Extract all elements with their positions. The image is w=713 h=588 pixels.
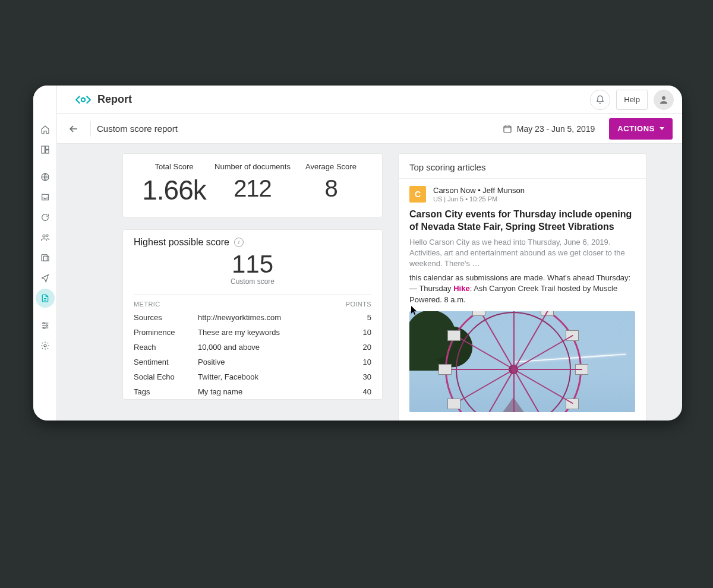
top-scoring-title: Top scoring articles	[399, 154, 646, 179]
metric-row: SentimentPositive10	[134, 355, 371, 369]
article-image	[409, 311, 635, 412]
info-icon[interactable]: i	[234, 238, 244, 247]
metric-name: Tags	[134, 387, 198, 396]
metric-points: 5	[343, 313, 371, 322]
sub-header: Custom score report May 23 - Jun 5, 2019…	[57, 114, 682, 144]
stat-value: 8	[292, 175, 370, 202]
svg-point-13	[662, 96, 665, 100]
metric-name: Reach	[134, 343, 198, 352]
app-window: Report Help Custom score report May 23 -…	[33, 86, 682, 421]
svg-rect-2	[45, 150, 48, 153]
nav-globe-icon[interactable]	[36, 167, 55, 186]
chevron-down-icon	[660, 127, 664, 130]
nav-home-icon[interactable]	[36, 120, 55, 139]
snippet-highlight: Hike	[453, 284, 469, 293]
metric-detail: Positive	[198, 358, 343, 366]
actions-button[interactable]: ACTIONS	[609, 118, 673, 140]
svg-point-4	[43, 235, 45, 237]
svg-rect-14	[504, 126, 511, 132]
nav-refresh-icon[interactable]	[36, 208, 55, 227]
stat-label: Total Score	[135, 162, 213, 171]
metric-points: 30	[343, 372, 371, 381]
date-range-picker[interactable]: May 23 - Jun 5, 2019	[496, 119, 602, 139]
back-button[interactable]	[63, 118, 84, 140]
stat-average-score: Average Score 8	[292, 162, 370, 206]
nav-inbox-icon[interactable]	[36, 188, 55, 207]
brand-logo-icon	[75, 94, 92, 106]
stat-num-documents: Number of documents 212	[213, 162, 292, 206]
metric-detail: My tag name	[198, 387, 343, 396]
metric-detail: These are my keywords	[198, 328, 343, 337]
notifications-button[interactable]	[590, 90, 610, 110]
highest-possible-card: Highest possible score i 115 Custom scor…	[122, 229, 383, 400]
metric-name: Sources	[134, 313, 198, 322]
metric-row: TagsMy tag name40	[134, 384, 371, 399]
metric-points: 40	[343, 387, 371, 396]
metric-row: Reach10,000 and above20	[134, 340, 371, 355]
app-title: Report	[97, 93, 132, 106]
highest-possible-title: Highest possible score	[134, 237, 229, 248]
content-area: Total Score 1.66k Number of documents 21…	[57, 144, 682, 421]
svg-rect-1	[45, 146, 48, 149]
cursor-icon	[411, 305, 418, 316]
nav-share-icon[interactable]	[36, 268, 55, 287]
nav-sliders-icon[interactable]	[36, 316, 55, 335]
article-meta-line: US | Jun 5 • 10:25 PM	[433, 195, 525, 203]
col-points: POINTS	[346, 301, 371, 308]
help-button[interactable]: Help	[616, 90, 648, 110]
metric-row: ProminenceThese are my keywords10	[134, 325, 371, 340]
source-badge: C	[409, 186, 426, 203]
stat-label: Average Score	[292, 162, 370, 171]
metric-points: 20	[343, 343, 371, 352]
metric-name: Prominence	[134, 328, 198, 337]
nav-dashboard-icon[interactable]	[36, 140, 55, 159]
metric-points: 10	[343, 358, 371, 366]
metric-row: Sourceshttp://newyorktimes.com5	[134, 310, 371, 325]
svg-point-12	[81, 97, 85, 101]
summary-card: Total Score 1.66k Number of documents 21…	[122, 153, 383, 217]
metric-points: 10	[343, 328, 371, 337]
top-scoring-card: Top scoring articles C Carson Now • Jeff…	[398, 153, 646, 421]
svg-point-8	[43, 323, 45, 324]
svg-rect-0	[42, 146, 45, 153]
article-description: Hello Carson City as we head into Thursd…	[409, 237, 635, 270]
metric-detail: Twitter, Facebook	[198, 372, 343, 381]
article-custom-score[interactable]: 87 Custom score	[409, 419, 635, 421]
svg-point-11	[44, 344, 46, 347]
calendar-icon	[503, 124, 512, 134]
svg-point-9	[46, 325, 48, 327]
report-title: Custom score report	[97, 124, 178, 134]
nav-settings-icon[interactable]	[36, 336, 55, 355]
user-avatar[interactable]	[654, 90, 674, 110]
svg-rect-6	[42, 255, 47, 261]
nav-newsletter-icon[interactable]	[36, 248, 55, 267]
stat-value: 212	[213, 175, 292, 202]
stat-value: 1.66k	[135, 175, 213, 206]
metric-detail: 10,000 and above	[198, 343, 343, 352]
article-card[interactable]: C Carson Now • Jeff Munson US | Jun 5 • …	[399, 179, 646, 421]
metric-detail: http://newyorktimes.com	[198, 313, 343, 322]
stat-label: Number of documents	[213, 162, 292, 171]
col-metric: METRIC	[134, 301, 160, 308]
nav-people-icon[interactable]	[36, 228, 55, 247]
stat-total-score: Total Score 1.66k	[135, 162, 213, 206]
article-source-line: Carson Now • Jeff Munson	[433, 186, 525, 195]
top-bar: Report Help	[57, 86, 682, 114]
date-range-label: May 23 - Jun 5, 2019	[517, 124, 595, 134]
article-headline: Carson City events for Thursday include …	[409, 208, 635, 233]
actions-button-label: ACTIONS	[617, 124, 655, 133]
metrics-table-body: Sourceshttp://newyorktimes.com5Prominenc…	[134, 310, 371, 399]
left-nav-rail	[33, 86, 57, 421]
help-button-label: Help	[624, 95, 640, 104]
divider	[90, 121, 91, 137]
highest-possible-score: 115	[134, 250, 371, 279]
svg-point-5	[46, 235, 48, 236]
metric-name: Sentiment	[134, 358, 198, 366]
metrics-table-head: METRIC POINTS	[134, 294, 371, 310]
svg-rect-7	[43, 256, 49, 261]
article-snippet: this calendar as submissions are made. W…	[409, 273, 635, 305]
highest-possible-subtitle: Custom score	[134, 277, 371, 286]
metric-row: Social EchoTwitter, Facebook30	[134, 369, 371, 384]
svg-point-10	[43, 327, 45, 329]
nav-report-icon[interactable]	[36, 289, 55, 308]
